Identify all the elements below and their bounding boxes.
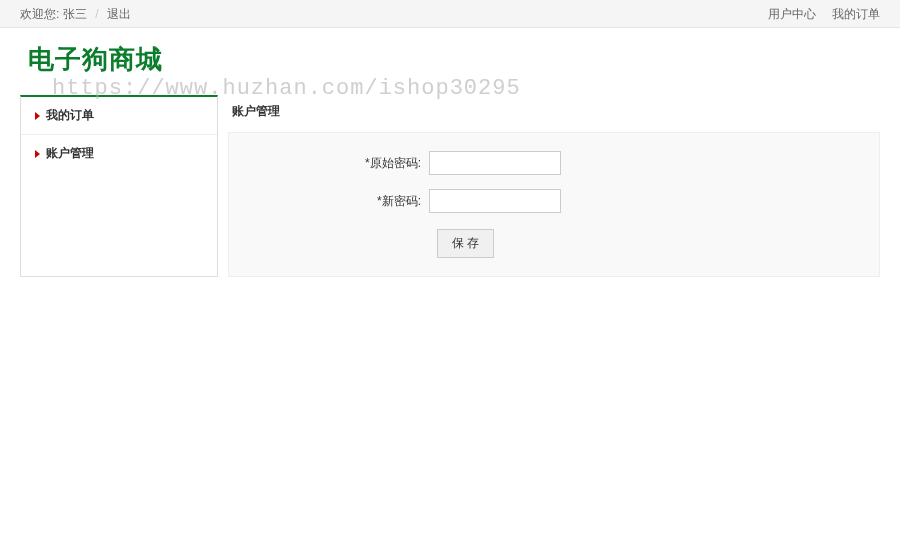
top-left: 欢迎您: 张三 / 退出 bbox=[20, 0, 131, 27]
logout-link[interactable]: 退出 bbox=[107, 0, 131, 27]
greeting-text: 欢迎您: bbox=[20, 0, 59, 27]
top-bar: 欢迎您: 张三 / 退出 用户中心 我的订单 bbox=[0, 0, 900, 28]
sidebar-item-label: 账户管理 bbox=[46, 145, 94, 162]
separator: / bbox=[95, 0, 98, 27]
user-center-link[interactable]: 用户中心 bbox=[768, 0, 816, 27]
form-panel: *原始密码: *新密码: 保 存 bbox=[228, 132, 880, 277]
my-orders-link[interactable]: 我的订单 bbox=[832, 0, 880, 27]
new-password-label: *新密码: bbox=[229, 193, 429, 210]
top-right: 用户中心 我的订单 bbox=[768, 0, 880, 27]
username: 张三 bbox=[63, 0, 87, 27]
sidebar-item-my-orders[interactable]: 我的订单 bbox=[21, 97, 217, 135]
arrow-right-icon bbox=[35, 150, 40, 158]
form-row-old-password: *原始密码: bbox=[229, 151, 879, 175]
page-title: 账户管理 bbox=[228, 95, 880, 132]
new-password-input[interactable] bbox=[429, 189, 561, 213]
main-container: 我的订单 账户管理 账户管理 *原始密码: *新密码: 保 存 bbox=[0, 95, 900, 277]
site-logo[interactable]: 电子狗商城 bbox=[28, 42, 880, 77]
sidebar-item-account[interactable]: 账户管理 bbox=[21, 135, 217, 172]
save-button[interactable]: 保 存 bbox=[437, 229, 494, 258]
form-row-new-password: *新密码: bbox=[229, 189, 879, 213]
form-actions: 保 存 bbox=[229, 229, 879, 258]
old-password-input[interactable] bbox=[429, 151, 561, 175]
main-content: 账户管理 *原始密码: *新密码: 保 存 bbox=[228, 95, 880, 277]
header: 电子狗商城 https://www.huzhan.com/ishop30295 bbox=[0, 28, 900, 95]
sidebar-item-label: 我的订单 bbox=[46, 107, 94, 124]
old-password-label: *原始密码: bbox=[229, 155, 429, 172]
arrow-right-icon bbox=[35, 112, 40, 120]
sidebar: 我的订单 账户管理 bbox=[20, 95, 218, 277]
